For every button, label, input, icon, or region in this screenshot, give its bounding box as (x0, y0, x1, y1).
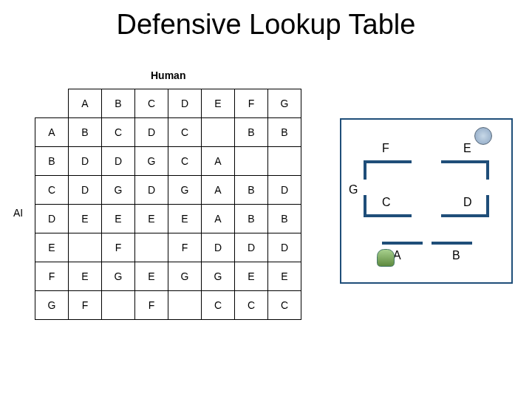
col-header: C (135, 89, 168, 118)
col-header: E (202, 89, 235, 118)
row-header: E (35, 233, 69, 262)
lookup-table: A B C D E F G ABCDCBB BDDGCA CDGDGABD DE… (35, 89, 301, 320)
row-header: G (35, 291, 69, 320)
zone-bot-right: B (452, 249, 460, 262)
row-header: B (35, 147, 69, 176)
zone-top-right: E (463, 142, 471, 155)
col-header: F (235, 89, 268, 118)
zone-mid-right: D (463, 196, 472, 209)
player-icon (377, 249, 395, 267)
col-header: G (268, 89, 301, 118)
row-header: C (35, 176, 69, 205)
row-header: F (35, 262, 69, 291)
col-header: A (69, 89, 102, 118)
row-header: D (35, 205, 69, 233)
robot-icon (474, 127, 492, 145)
page-title: Defensive Lookup Table (0, 9, 532, 41)
col-header: D (168, 89, 202, 118)
ai-axis-label: AI (13, 207, 23, 219)
zone-mid-left: C (382, 196, 391, 209)
human-axis-label: Human (151, 69, 185, 81)
game-board: G F E C D A B (340, 118, 513, 284)
zone-top-left: F (382, 142, 389, 155)
zone-center: G (349, 183, 358, 197)
col-header: B (102, 89, 135, 118)
row-header: A (35, 118, 69, 147)
